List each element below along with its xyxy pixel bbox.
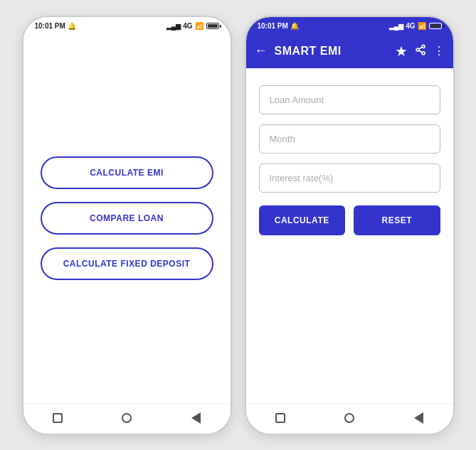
nav-back-right[interactable] — [411, 411, 425, 425]
calculate-button[interactable]: CALCULATE — [259, 205, 346, 235]
nav-home-left[interactable] — [120, 411, 134, 425]
signal-left: ▂▄▆ — [166, 23, 181, 30]
square-icon-right — [275, 413, 285, 423]
square-icon-left — [53, 413, 63, 423]
status-right: ▂▄▆ 4G 📶 — [166, 22, 219, 30]
network-left: 4G — [183, 22, 192, 30]
nav-bar-right — [246, 403, 453, 434]
more-icon[interactable]: ⋮ — [433, 44, 445, 58]
circle-icon-left — [122, 413, 132, 423]
emi-form: CALCULATE RESET — [246, 68, 453, 403]
left-phone: 10:01 PM 🔔 ▂▄▆ 4G 📶 CALCULATE EMI COMPAR… — [22, 16, 232, 435]
time-right: 10:01 PM — [258, 22, 288, 30]
right-phone-content: CALCULATE RESET — [246, 68, 453, 403]
app-title: SMART EMI — [275, 45, 388, 58]
nav-bar-left — [23, 403, 231, 434]
left-phone-content: CALCULATE EMI COMPARE LOAN CALCULATE FIX… — [23, 34, 231, 403]
wifi-icon-right: 📶 — [418, 22, 426, 30]
svg-line-3 — [418, 50, 422, 53]
battery-right: .battery-icon.white::before{background:#… — [429, 23, 442, 29]
back-button[interactable]: ← — [255, 43, 268, 58]
back-icon-left — [191, 412, 201, 424]
header-icons: ★ ⋮ — [395, 43, 445, 60]
battery-left — [206, 23, 219, 29]
nav-home-right[interactable] — [342, 411, 356, 425]
share-icon[interactable] — [415, 44, 426, 58]
time-left: 10:01 PM — [35, 22, 65, 30]
signal-right: ▂▄▆ — [389, 23, 403, 30]
status-bar-right: 10:01 PM 🔔 ▂▄▆ 4G 📶 .battery-icon.white:… — [246, 17, 453, 34]
calculate-fixed-deposit-button[interactable]: CALCULATE FIXED DEPOSIT — [41, 247, 213, 280]
loan-amount-input[interactable] — [259, 85, 440, 114]
status-right-left: 10:01 PM 🔔 — [258, 22, 299, 30]
svg-line-4 — [418, 47, 422, 49]
reset-button[interactable]: RESET — [354, 205, 440, 235]
main-menu: CALCULATE EMI COMPARE LOAN CALCULATE FIX… — [23, 34, 231, 403]
nav-back-left[interactable] — [189, 411, 203, 425]
star-icon[interactable]: ★ — [395, 43, 408, 60]
right-phone: 10:01 PM 🔔 ▂▄▆ 4G 📶 .battery-icon.white:… — [245, 16, 455, 435]
back-icon-right — [414, 412, 423, 424]
status-bar-left: 10:01 PM 🔔 ▂▄▆ 4G 📶 — [23, 17, 231, 34]
nav-square-left[interactable] — [51, 411, 65, 425]
network-right: 4G — [406, 22, 415, 30]
status-right-right: ▂▄▆ 4G 📶 .battery-icon.white::before{bac… — [389, 22, 442, 30]
notification-icon: 🔔 — [68, 22, 76, 30]
circle-icon-right — [344, 413, 354, 423]
status-left: 10:01 PM 🔔 — [35, 22, 76, 30]
month-input[interactable] — [259, 124, 440, 154]
calculate-emi-button[interactable]: CALCULATE EMI — [41, 156, 213, 189]
app-header: ← SMART EMI ★ ⋮ — [246, 34, 453, 68]
notification-icon-right: 🔔 — [290, 22, 299, 30]
nav-square-right[interactable] — [273, 411, 287, 425]
compare-loan-button[interactable]: COMPARE LOAN — [41, 202, 213, 235]
wifi-icon: 📶 — [195, 22, 203, 30]
action-buttons: CALCULATE RESET — [259, 205, 440, 235]
interest-rate-input[interactable] — [259, 164, 440, 193]
